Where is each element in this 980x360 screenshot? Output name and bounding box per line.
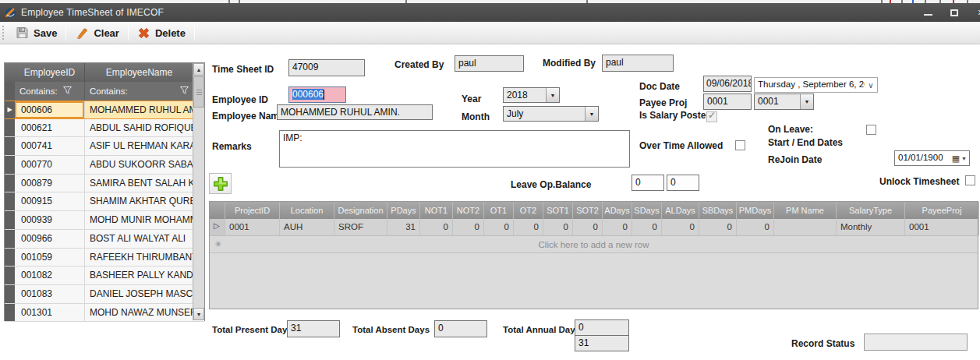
employee-id-cell[interactable]: 000879: [15, 175, 85, 192]
leave-op-balance-field-2[interactable]: 0: [667, 175, 699, 191]
employee-id-cell[interactable]: 001059: [15, 249, 85, 266]
save-button[interactable]: Save: [9, 23, 63, 42]
cell-aldays[interactable]: 0: [662, 219, 699, 235]
column-header-employee-name[interactable]: EmployeeName: [85, 63, 194, 82]
cell-ot1[interactable]: 0: [484, 219, 514, 235]
employee-id-cell[interactable]: 001301: [15, 304, 85, 322]
calendar-icon[interactable]: ▦: [952, 154, 960, 164]
column-header-designation[interactable]: Designation: [334, 202, 387, 219]
cell-ot2[interactable]: 0: [514, 219, 543, 235]
year-combo[interactable]: 2018 ▼: [503, 87, 560, 103]
add-button[interactable]: [209, 173, 232, 194]
cell-sdays[interactable]: 0: [632, 219, 662, 235]
cell-location[interactable]: AUH: [280, 219, 334, 235]
employee-row[interactable]: 001083DANIEL JOSEPH MASCARE...: [5, 285, 204, 304]
employee-id-cell[interactable]: 000939: [15, 211, 85, 229]
over-time-allowed-checkbox[interactable]: [735, 140, 745, 150]
column-header-pm_name[interactable]: PM Name: [774, 202, 837, 219]
employee-id-cell[interactable]: 000741: [15, 137, 85, 155]
column-header-employee-id[interactable]: EmployeeID: [15, 63, 85, 82]
employee-name-cell[interactable]: ASIF UL REHMAN KARAM: [85, 137, 194, 155]
column-header-payee_proj[interactable]: PayeeProj: [905, 202, 979, 219]
employee-row[interactable]: 001082BASHEER PALLY KANDY: [5, 266, 204, 285]
column-header-location[interactable]: Location: [280, 202, 334, 219]
employee-row[interactable]: 001301MOHD NAWAZ MUNSEF...: [5, 304, 204, 323]
employee-row[interactable]: 000879SAMIRA BENT SALAH KHA...: [5, 175, 204, 193]
toolbar-grip-handle[interactable]: [2, 26, 5, 40]
on-leave-checkbox[interactable]: [866, 125, 876, 135]
cell-adays[interactable]: 0: [603, 219, 632, 235]
column-header-salary_type[interactable]: SalaryType: [837, 202, 905, 219]
cell-salary_type[interactable]: Monthly: [837, 219, 905, 235]
column-header-pmdays[interactable]: PMDays: [737, 202, 774, 219]
employee-id-cell[interactable]: 000915: [15, 192, 85, 210]
cell-not2[interactable]: 0: [453, 219, 484, 235]
is-salary-posted-checkbox[interactable]: [706, 111, 717, 122]
doc-date-field[interactable]: 09/06/2018: [703, 76, 752, 92]
employee-grid-scrollbar[interactable]: ▲ ▼: [193, 63, 204, 320]
employee-id-cell[interactable]: 000966: [15, 230, 85, 248]
filter-funnel-icon[interactable]: [180, 86, 189, 96]
employee-id-field[interactable]: 000606: [288, 86, 346, 103]
clear-button[interactable]: Clear: [69, 23, 126, 42]
filter-funnel-icon[interactable]: [63, 86, 72, 96]
doc-date-long-combo[interactable]: Thursday , September 6, 2018 ∨: [754, 77, 878, 93]
dropdown-arrow-icon[interactable]: ▼: [961, 156, 967, 161]
filter-employee-id[interactable]: Contains:: [15, 82, 85, 101]
employee-name-cell[interactable]: BOST ALI WALYAT ALI: [85, 230, 194, 248]
employee-name-cell[interactable]: SHAMIM AKHTAR QURES...: [85, 192, 194, 210]
total-annual-days-field-1[interactable]: 0: [575, 319, 629, 336]
unlock-timesheet-checkbox[interactable]: [965, 175, 975, 185]
cell-pdays[interactable]: 31: [387, 219, 420, 235]
employee-name-field[interactable]: MOHAMMED RUHUL AMIN.: [277, 104, 433, 120]
detail-grid-row[interactable]: ▷ 0001AUHSROF3100000000000Monthly0001: [210, 219, 978, 236]
employee-id-cell[interactable]: 001083: [15, 285, 85, 303]
column-header-sot2[interactable]: SOT2: [573, 202, 603, 219]
minimize-button[interactable]: [915, 5, 941, 20]
employee-row[interactable]: 000939MOHD MUNIR MOHAMM...: [5, 211, 204, 230]
scroll-up-button[interactable]: ▲: [193, 63, 204, 76]
cell-project_id[interactable]: 0001: [225, 219, 280, 235]
total-absent-days-field[interactable]: 0: [434, 320, 487, 337]
column-header-aldays[interactable]: ALDays: [662, 202, 699, 219]
employee-row[interactable]: 001059RAFEEKH THIRUMBANTE...: [5, 249, 204, 267]
employee-id-cell[interactable]: 000606: [15, 101, 85, 118]
total-present-days-field[interactable]: 31: [287, 320, 340, 337]
rejoin-date-picker[interactable]: 01/01/1900 ▦▼: [894, 150, 970, 166]
maximize-button[interactable]: [941, 5, 968, 20]
payee-proj-field[interactable]: 0001: [703, 94, 752, 110]
filter-employee-name[interactable]: Contains:: [85, 82, 194, 101]
chevron-down-icon[interactable]: ∨: [865, 78, 877, 92]
scroll-down-button[interactable]: ▼: [193, 308, 204, 320]
created-by-field[interactable]: paul: [455, 55, 524, 72]
employee-row[interactable]: 000621ABDUL SAHID ROFIQUE U...: [5, 119, 204, 138]
cell-sot1[interactable]: 0: [543, 219, 573, 235]
column-header-sot1[interactable]: SOT1: [543, 202, 573, 219]
cell-pm_name[interactable]: [774, 219, 837, 235]
scroll-thumb[interactable]: [193, 76, 204, 108]
employee-id-cell[interactable]: 000621: [15, 119, 85, 137]
record-status-field[interactable]: [864, 334, 968, 351]
column-header-ot2[interactable]: OT2: [514, 202, 543, 219]
cell-not1[interactable]: 0: [420, 219, 453, 235]
employee-name-cell[interactable]: ABDUL SAHID ROFIQUE U...: [85, 119, 194, 137]
column-header-not1[interactable]: NOT1: [420, 202, 453, 219]
employee-name-cell[interactable]: DANIEL JOSEPH MASCARE...: [85, 285, 194, 303]
month-combo[interactable]: July ▼: [503, 106, 599, 122]
cell-sot2[interactable]: 0: [573, 219, 603, 235]
employee-name-cell[interactable]: RAFEEKH THIRUMBANTE...: [85, 249, 194, 266]
delete-button[interactable]: Delete: [131, 23, 192, 42]
cell-payee_proj[interactable]: 0001: [905, 219, 979, 235]
column-header-not2[interactable]: NOT2: [453, 202, 484, 219]
column-header-project_id[interactable]: ProjectID: [225, 202, 280, 219]
leave-op-balance-field-1[interactable]: 0: [632, 175, 664, 191]
column-header-sdays[interactable]: SDays: [632, 202, 662, 219]
employee-id-cell[interactable]: 001082: [15, 266, 85, 284]
employee-row[interactable]: ▶000606MOHAMMED RUHUL AMIN.: [5, 101, 204, 119]
employee-row[interactable]: 000770ABDU SUKOORR SABAKKA: [5, 156, 204, 175]
employee-row[interactable]: 000915SHAMIM AKHTAR QURES...: [5, 192, 204, 211]
payee-proj-combo[interactable]: 0001 ▼: [754, 94, 814, 110]
column-header-sbdays[interactable]: SBDays: [699, 202, 737, 219]
employee-name-cell[interactable]: BASHEER PALLY KANDY: [85, 266, 194, 284]
dropdown-arrow-icon[interactable]: ▼: [585, 107, 598, 121]
